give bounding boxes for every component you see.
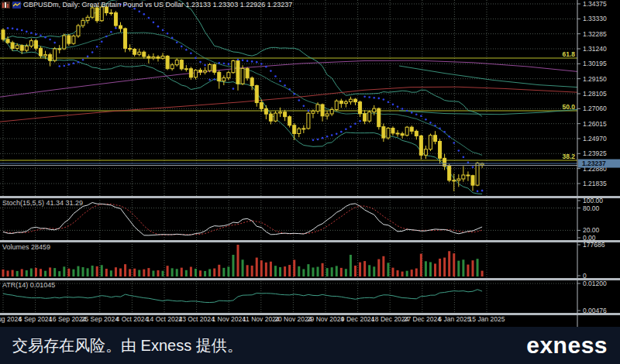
svg-text:14 Oct 2024: 14 Oct 2024 <box>146 315 183 323</box>
svg-text:20.00: 20.00 <box>583 226 600 234</box>
svg-text:4 Oct 2024: 4 Oct 2024 <box>116 315 149 323</box>
svg-text:1.27060: 1.27060 <box>583 105 607 112</box>
svg-text:6 Sep 2024: 6 Sep 2024 <box>19 315 53 323</box>
svg-text:1.34375: 1.34375 <box>583 0 607 8</box>
svg-text:23 Oct 2024: 23 Oct 2024 <box>178 315 215 323</box>
svg-text:1.30195: 1.30195 <box>583 60 607 67</box>
svg-text:0.01200: 0.01200 <box>583 280 607 287</box>
current-price-tag: 1.23237 <box>578 160 620 168</box>
svg-text:9 Dec 2024: 9 Dec 2024 <box>341 315 375 323</box>
svg-text:1.21835: 1.21835 <box>583 180 607 187</box>
svg-text:15 Jan 2025: 15 Jan 2025 <box>469 315 505 323</box>
svg-text:1.23925: 1.23925 <box>583 149 607 157</box>
svg-text:1.31240: 1.31240 <box>583 45 607 53</box>
svg-text:1.33330: 1.33330 <box>583 15 607 22</box>
svg-text:27 Dec 2024: 27 Dec 2024 <box>404 315 441 323</box>
svg-text:25 Sep 2024: 25 Sep 2024 <box>81 315 119 323</box>
svg-text:6 Jan 2025: 6 Jan 2025 <box>438 315 470 323</box>
svg-text:1 Nov 2024: 1 Nov 2024 <box>212 315 246 323</box>
footer-bar: 交易存在风险。由 Exness 提供。 exness <box>0 327 620 364</box>
chart-canvas[interactable]: 61.850.038.21.343751.333301.322851.31240… <box>0 0 620 327</box>
svg-text:0.00476: 0.00476 <box>583 307 607 314</box>
svg-text:29 Nov 2024: 29 Nov 2024 <box>307 315 344 323</box>
svg-text:177686: 177686 <box>583 241 605 249</box>
svg-text:1.28105: 1.28105 <box>583 90 607 98</box>
trading-terminal: 61.850.038.21.343751.333301.322851.31240… <box>0 0 620 364</box>
svg-text:1.32285: 1.32285 <box>583 30 607 38</box>
svg-text:1.24970: 1.24970 <box>583 135 607 143</box>
svg-text:0: 0 <box>583 272 587 280</box>
svg-text:38.2: 38.2 <box>562 153 575 160</box>
date-axis: 28 Aug 20246 Sep 202416 Sep 202425 Sep 2… <box>0 315 505 323</box>
svg-text:1.23237: 1.23237 <box>582 160 606 167</box>
svg-text:1.29150: 1.29150 <box>583 75 607 83</box>
risk-disclaimer: 交易存在风险。由 Exness 提供。 <box>12 335 243 356</box>
svg-text:1.26015: 1.26015 <box>583 120 607 128</box>
svg-text:61.8: 61.8 <box>562 50 575 58</box>
svg-text:80.00: 80.00 <box>583 204 600 212</box>
exness-logo: exness <box>526 334 608 357</box>
svg-text:100.00: 100.00 <box>583 197 603 204</box>
